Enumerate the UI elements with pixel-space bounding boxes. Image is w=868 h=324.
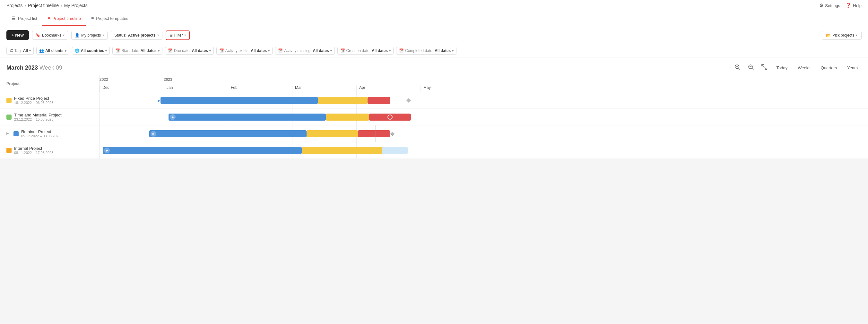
folder-icon: 📂 [826,33,831,37]
chevron-down-icon: ▾ [268,49,270,53]
gantt-bar-yellow[interactable] [302,147,382,154]
timeline-period: March 2023 Week 09 [6,64,62,71]
gantt-bar-light[interactable] [382,147,408,154]
expand-icon [762,64,767,70]
chevron-down-icon: ▾ [63,33,64,37]
due-date-filter[interactable]: 📅 Due date: All dates ▾ [165,47,214,55]
list-item: Time and Material Project 23.12.2022 – 1… [0,109,99,125]
month-dec: Dec [99,85,164,92]
timeline-area: Project Fixed Price Project 18.12.2022 –… [0,75,868,159]
main-content: March 2023 Week 09 Today Weeks Quarters … [0,57,868,159]
chevron-down-icon: ▾ [157,33,159,37]
project-name[interactable]: Retainer Project [21,129,60,134]
timeline-month-year: March 2023 [6,64,38,71]
timeline-icon: ≡ [48,16,50,21]
settings-icon: ⚙ [819,3,824,8]
project-name[interactable]: Fixed Price Project [14,96,53,101]
breadcrumb-projects[interactable]: Projects [6,3,23,8]
breadcrumb-sep-2: › [61,3,62,8]
tag-filter[interactable]: 🏷 Tag: All ▾ [6,47,34,55]
project-dates: 05.12.2022 – 03.03.2023 [21,134,60,138]
status-button[interactable]: Status: Active projects ▾ [111,31,162,40]
list-icon: ☰ [11,16,16,21]
new-button[interactable]: + New [6,30,29,40]
project-name[interactable]: Time and Material Project [14,112,62,118]
month-mar: Mar [292,85,356,92]
chevron-right-icon[interactable]: ▶ [6,132,11,136]
play-icon: ▶ [151,131,156,137]
chevron-down-icon: ▾ [389,49,391,53]
chevron-down-icon: ▾ [184,33,186,37]
my-projects-button[interactable]: 👤 My projects ▾ [71,31,107,40]
project-color-icon [6,148,11,153]
gantt-bar-blue[interactable]: ▶ [149,130,307,137]
bookmarks-button[interactable]: 🔖 Bookmarks ▾ [32,31,68,40]
chevron-down-icon: ▾ [105,49,107,53]
templates-icon: ≡ [91,16,94,21]
gantt-bar-red[interactable] [368,97,390,104]
list-item: Fixed Price Project 18.12.2022 – 06.03.2… [0,92,99,109]
help-button[interactable]: ❓ Help [845,3,862,8]
creation-date-filter[interactable]: 📅 Creation date: All dates ▾ [337,47,394,55]
project-color-icon [13,131,19,136]
zoom-out-button[interactable] [745,63,756,73]
settings-button[interactable]: ⚙ Settings [819,3,840,8]
status-value: Active projects [128,33,156,37]
completed-date-filter[interactable]: 📅 Completed date: All dates ▾ [396,47,457,55]
gantt-bar-blue[interactable]: ▶ [103,147,302,154]
gantt-bar-blue[interactable]: ▶ [168,114,326,121]
activity-exists-filter[interactable]: 📅 Activity exists: All dates ▾ [216,47,273,55]
project-dates: 18.12.2022 – 06.03.2023 [14,101,53,105]
gantt-bar-yellow[interactable] [307,130,358,137]
milestone-diamond [406,98,411,102]
timeline-week: Week 09 [39,64,62,71]
breadcrumb-timeline[interactable]: Project timeline [28,3,59,8]
gantt-area: 2022 2023 Dec Jan Feb Mar Apr May ▶ [99,75,868,159]
tab-project-templates[interactable]: ≡ Project templates [86,11,133,26]
chevron-down-icon: ▾ [856,33,858,37]
play-icon: ▶ [170,114,176,120]
calendar-icon: 📅 [168,48,173,53]
tag-icon: 🏷 [9,48,13,53]
breadcrumb-my-projects[interactable]: My Projects [64,3,88,8]
gantt-bar-red[interactable] [369,114,411,121]
project-name[interactable]: Internal Project [14,146,53,151]
gantt-row: ▶ [99,142,868,159]
chevron-down-icon: ▾ [29,49,31,53]
years-button[interactable]: Years [843,64,862,72]
breadcrumb-sep-1: › [25,3,26,8]
gantt-row: ▶ [99,125,868,142]
pick-projects-button[interactable]: 📂 Pick projects ▾ [822,31,862,40]
zoom-in-button[interactable] [732,63,743,73]
start-date-filter[interactable]: 📅 Start date: All dates ▾ [112,47,162,55]
bookmark-icon: 🔖 [36,33,40,37]
calendar-icon: 📅 [219,48,224,53]
help-icon: ❓ [845,3,851,8]
weeks-button[interactable]: Weeks [794,64,814,72]
gantt-header: 2022 2023 Dec Jan Feb Mar Apr May [99,75,868,92]
svg-line-5 [752,68,753,70]
countries-filter[interactable]: 🌐 All countries ▾ [72,47,110,55]
today-button[interactable]: Today [772,64,791,72]
gantt-bar-red[interactable] [358,130,390,137]
clients-filter[interactable]: 👥 All clients ▾ [36,47,69,55]
tab-project-timeline[interactable]: ≡ Project timeline [42,11,86,26]
projects-list-header: Project [0,75,99,92]
calendar-icon: 📅 [399,48,404,53]
gantt-bar-yellow[interactable] [318,97,368,104]
gantt-bar-blue[interactable] [160,97,318,104]
grid-line [164,109,164,125]
play-start-indicator: ▶ [158,98,160,102]
list-item: Internal Project 08.11.2022 – 17.03.2023 [0,142,99,159]
filter-button[interactable]: ⊟ Filter ▾ [166,30,190,40]
expand-button[interactable] [759,63,770,73]
project-dates: 08.11.2022 – 17.03.2023 [14,151,53,155]
activity-missing-filter[interactable]: 📅 Activity missing: All dates ▾ [275,47,335,55]
year-2022-label: 2022 [99,77,108,82]
quarters-button[interactable]: Quarters [817,64,841,72]
gantt-row: ▶ [99,109,868,125]
project-color-icon [6,98,11,103]
clients-icon: 👥 [39,48,44,53]
tab-project-list[interactable]: ☰ Project list [6,11,42,26]
gantt-bar-yellow[interactable] [326,114,369,121]
